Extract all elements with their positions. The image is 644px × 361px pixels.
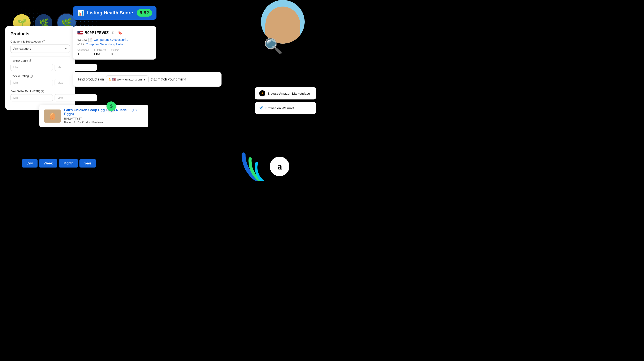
- trending-icon: 📈: [88, 37, 92, 42]
- asin-text: B09P1FSV9Z: [84, 30, 109, 35]
- flag-us-small: 🇺🇸: [112, 78, 116, 81]
- dollar-badge: $: [106, 101, 116, 111]
- time-btn-year[interactable]: Year: [80, 159, 96, 168]
- amazon-icon: a: [259, 90, 265, 96]
- copy-button[interactable]: ⧉: [110, 30, 116, 35]
- sellers-meta: Sellers 1: [111, 49, 119, 56]
- walmart-icon: ✳: [259, 105, 263, 111]
- category-1-link[interactable]: Computers & Accessori...: [94, 38, 128, 41]
- review-count-group: Review Count i: [10, 59, 70, 71]
- category-select-wrapper: Any category Electronics Computers & Acc…: [10, 44, 70, 53]
- variations-value: 1: [78, 52, 89, 56]
- products-panel-title: Products: [10, 31, 70, 36]
- bsr-min[interactable]: [10, 94, 53, 101]
- find-products-prefix: Find products on: [78, 77, 104, 81]
- product-thumbnail: 🥚: [44, 109, 61, 123]
- bsr-info-icon[interactable]: i: [41, 90, 44, 93]
- bsr-max[interactable]: [54, 94, 97, 101]
- variations-meta: Variations 1: [78, 49, 89, 56]
- time-btn-month[interactable]: Month: [59, 159, 78, 168]
- review-count-label: Review Count i: [10, 59, 70, 62]
- review-rating-group: Review Rating i: [10, 74, 70, 86]
- browse-amazon-label: Browse Amazon Marketplace: [268, 92, 310, 95]
- us-flag: [78, 31, 83, 34]
- review-rating-label: Review Rating i: [10, 74, 70, 78]
- time-buttons-row: Day Week Month Year: [22, 159, 96, 168]
- dropdown-arrow-icon: ▼: [143, 78, 146, 81]
- fulfillment-value: FBA: [94, 52, 106, 56]
- search-decoration: 🔍: [264, 37, 283, 55]
- find-products-suffix: that match your criteria: [151, 77, 186, 81]
- bsr-group: Best Seller Rank (BSR) i: [10, 90, 70, 101]
- browse-walmart-button[interactable]: ✳ Browse on Walmart: [255, 102, 316, 114]
- health-score-label: Listing Health Score: [87, 10, 133, 16]
- product-result-rating: Rating: 2.16 / Product Reviews: [64, 121, 144, 124]
- fulfillment-meta: Fulfillment FBA: [94, 49, 106, 56]
- divider-1: [10, 56, 70, 56]
- review-rating-inputs: [10, 79, 70, 86]
- category-2-link[interactable]: Computer Networking Hubs: [86, 42, 123, 46]
- review-rating-min[interactable]: [10, 79, 53, 86]
- product-result-sku: B082MTTY2T: [64, 117, 144, 120]
- rank-1-row: #3 023 📈 Computers & Accessori...: [78, 37, 152, 42]
- amazon-a-logo: a: [278, 161, 282, 172]
- amazon-logo-small: a: [108, 77, 111, 82]
- sellers-label: Sellers: [111, 49, 119, 52]
- marketplace-dropdown[interactable]: a 🇺🇸 www.amazon.com ▼: [106, 75, 148, 83]
- browse-buttons-container: a Browse Amazon Marketplace ✳ Browse on …: [255, 87, 316, 114]
- time-btn-week[interactable]: Week: [39, 159, 58, 168]
- health-score-card: 📊 Listing Health Score 9.82: [73, 6, 156, 20]
- time-btn-day[interactable]: Day: [22, 159, 38, 168]
- review-count-min[interactable]: [10, 64, 53, 71]
- fulfillment-label: Fulfillment: [94, 49, 106, 52]
- category-info-icon[interactable]: i: [42, 40, 46, 43]
- review-count-max[interactable]: [54, 64, 97, 71]
- category-group: Category & Subcategory i Any category El…: [10, 40, 70, 53]
- health-score-icon: 📊: [78, 10, 84, 16]
- sellers-value: 1: [111, 52, 119, 56]
- browse-amazon-button[interactable]: a Browse Amazon Marketplace: [255, 87, 316, 99]
- health-score-badge: 9.82: [136, 9, 152, 16]
- browse-walmart-label: Browse on Walmart: [265, 106, 294, 110]
- bsr-inputs: [10, 94, 70, 101]
- product-meta: Variations 1 Fulfillment FBA Sellers 1: [78, 49, 152, 56]
- amazon-circle-br: a: [270, 157, 289, 176]
- product-result-info: Gui's Chicken Coop Egg Tray - Rustic ...…: [64, 108, 144, 124]
- variations-label: Variations: [78, 49, 89, 52]
- product-result-card[interactable]: 🥚 Gui's Chicken Coop Egg Tray - Rustic .…: [39, 105, 148, 127]
- find-products-bar: Find products on a 🇺🇸 www.amazon.com ▼ t…: [73, 72, 222, 87]
- review-rating-info-icon[interactable]: i: [30, 75, 33, 78]
- more-options-button[interactable]: ⋮: [124, 30, 130, 35]
- review-count-inputs: [10, 64, 70, 71]
- bookmark-button[interactable]: 🔖: [118, 30, 123, 35]
- product-detail-card: B09P1FSV9Z ⧉ 🔖 ⋮ #3 023 📈 Computers & Ac…: [73, 26, 156, 59]
- rank-2-row: #127 Computer Networking Hubs: [78, 42, 152, 46]
- products-panel: Products Category & Subcategory i Any ca…: [5, 26, 75, 110]
- bsr-label: Best Seller Rank (BSR) i: [10, 90, 70, 93]
- category-label: Category & Subcategory i: [10, 40, 70, 43]
- category-select[interactable]: Any category Electronics Computers & Acc…: [10, 44, 70, 53]
- review-count-info-icon[interactable]: i: [29, 59, 32, 62]
- asin-row: B09P1FSV9Z ⧉ 🔖 ⋮: [78, 30, 152, 35]
- product-result-title: Gui's Chicken Coop Egg Tray - Rustic ...…: [64, 108, 144, 116]
- marketplace-url: www.amazon.com: [117, 78, 142, 81]
